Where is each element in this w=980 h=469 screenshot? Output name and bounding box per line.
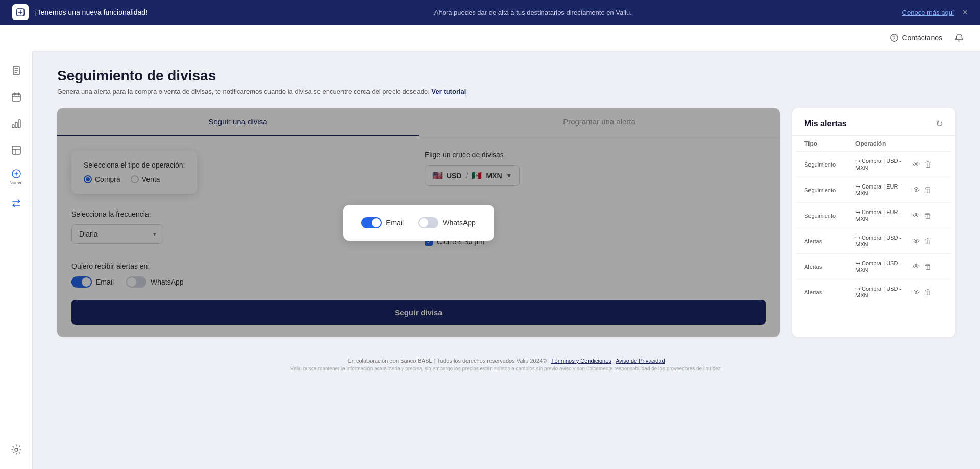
alert-op-1: ↪ Compra | USD - MXN xyxy=(855,158,913,171)
svg-rect-6 xyxy=(15,122,17,128)
page-description: Genera una alerta para la compra o venta… xyxy=(57,88,955,96)
notifications-button[interactable] xyxy=(954,33,964,42)
sidebar-item-chart[interactable] xyxy=(5,112,28,135)
table-row: Alertas ↪ Compra | USD - MXN 👁 🗑 xyxy=(796,279,951,304)
channel-popup-card: Email WhatsApp xyxy=(343,205,494,241)
tutorial-link[interactable]: Ver tutorial xyxy=(432,88,467,96)
table-row: Alertas ↪ Compra | USD - MXN 👁 🗑 xyxy=(796,228,951,253)
arrows-icon xyxy=(11,198,22,209)
svg-rect-7 xyxy=(18,120,20,128)
chart-icon xyxy=(11,118,22,129)
col-operacion: Operación xyxy=(855,140,913,147)
alert-op-4: ↪ Compra | USD - MXN xyxy=(855,235,913,247)
nuevo-icon xyxy=(11,168,22,179)
svg-rect-5 xyxy=(12,125,14,128)
alerts-table: Tipo Operación Seguimiento ↪ Compra | US… xyxy=(792,136,955,304)
sidebar-item-nuevo[interactable]: Nuevo xyxy=(5,166,28,188)
alerts-panel-header: Mis alertas ↻ xyxy=(792,108,955,136)
alert-actions-2: 👁 🗑 xyxy=(913,185,943,194)
form-overlay: Email WhatsApp xyxy=(57,108,780,337)
alert-tipo-4: Alertas xyxy=(804,238,855,244)
terms-link[interactable]: Términos y Condiciones xyxy=(551,358,611,364)
delete-alert-4[interactable]: 🗑 xyxy=(924,237,932,245)
delete-alert-2[interactable]: 🗑 xyxy=(924,185,932,194)
table-row: Seguimiento ↪ Compra | EUR - MXN 👁 🗑 xyxy=(796,202,951,228)
popup-whatsapp-label: WhatsApp xyxy=(443,219,476,227)
table-row: Seguimiento ↪ Compra | USD - MXN 👁 🗑 xyxy=(796,151,951,177)
sidebar-item-calendar[interactable] xyxy=(5,86,28,108)
footer-line-1: En colaboración con Banco BASE | Todos l… xyxy=(57,358,955,364)
calendar-icon xyxy=(11,91,22,103)
alert-tipo-2: Seguimiento xyxy=(804,187,855,193)
bell-icon xyxy=(954,33,964,42)
clipboard-icon xyxy=(11,65,22,76)
table-row: Seguimiento ↪ Compra | EUR - MXN 👁 🗑 xyxy=(796,177,951,202)
popup-whatsapp-toggle[interactable] xyxy=(418,217,438,228)
contact-icon xyxy=(890,33,899,42)
main-layout: Nuevo Seguimiento de divisas Genera una … xyxy=(0,51,980,469)
view-alert-1[interactable]: 👁 xyxy=(913,160,920,169)
contact-label: Contáctanos xyxy=(902,34,942,42)
delete-alert-6[interactable]: 🗑 xyxy=(924,288,932,296)
refresh-button[interactable]: ↻ xyxy=(936,118,943,129)
popup-email-toggle-item: Email xyxy=(361,217,404,228)
view-alert-2[interactable]: 👁 xyxy=(913,185,920,194)
sidebar-item-settings[interactable] xyxy=(5,438,28,461)
alert-op-6: ↪ Compra | USD - MXN xyxy=(855,286,913,298)
col-tipo: Tipo xyxy=(804,140,855,147)
view-alert-4[interactable]: 👁 xyxy=(913,237,920,245)
popup-whatsapp-toggle-item: WhatsApp xyxy=(418,217,476,228)
banner-description: Ahora puedes dar de alta a tus destinata… xyxy=(168,9,898,16)
delete-alert-1[interactable]: 🗑 xyxy=(924,160,932,169)
sidebar-item-clipboard[interactable] xyxy=(5,59,28,82)
delete-alert-3[interactable]: 🗑 xyxy=(924,211,932,220)
popup-email-toggle[interactable] xyxy=(361,217,382,228)
popup-email-label: Email xyxy=(386,219,404,227)
alerts-panel-title: Mis alertas xyxy=(804,119,847,128)
alert-actions-4: 👁 🗑 xyxy=(913,237,943,245)
alert-op-2: ↪ Compra | EUR - MXN xyxy=(855,183,913,196)
svg-point-1 xyxy=(891,34,898,41)
view-alert-3[interactable]: 👁 xyxy=(913,211,920,220)
main-content: Seguimiento de divisas Genera una alerta… xyxy=(33,51,980,469)
banner-close-button[interactable]: × xyxy=(962,7,968,18)
alert-tipo-6: Alertas xyxy=(804,289,855,295)
alert-op-5: ↪ Compra | USD - MXN xyxy=(855,260,913,273)
banner-title: ¡Tenemos una nueva funcionalidad! xyxy=(35,8,148,16)
alert-actions-3: 👁 🗑 xyxy=(913,211,943,220)
svg-rect-8 xyxy=(12,146,20,154)
table-row: Alertas ↪ Compra | USD - MXN 👁 🗑 xyxy=(796,253,951,279)
alert-op-3: ↪ Compra | EUR - MXN xyxy=(855,209,913,222)
box-icon xyxy=(11,145,22,156)
alert-actions-1: 👁 🗑 xyxy=(913,160,943,169)
privacy-link[interactable]: Aviso de Privacidad xyxy=(616,358,665,364)
svg-point-2 xyxy=(894,39,894,39)
sidebar: Nuevo xyxy=(0,51,33,469)
alerts-table-header: Tipo Operación xyxy=(796,136,951,151)
page-title: Seguimiento de divisas xyxy=(57,67,955,84)
sidebar-item-arrows[interactable] xyxy=(5,192,28,215)
main-card-wrapper: Seguir una divisa Programar una alerta S… xyxy=(57,108,780,337)
footer: En colaboración con Banco BASE | Todos l… xyxy=(57,349,955,376)
alert-tipo-5: Alertas xyxy=(804,264,855,270)
view-alert-5[interactable]: 👁 xyxy=(913,262,920,271)
settings-icon xyxy=(11,444,22,455)
alert-actions-5: 👁 🗑 xyxy=(913,262,943,271)
view-alert-6[interactable]: 👁 xyxy=(913,288,920,296)
svg-point-10 xyxy=(15,448,18,451)
alert-tipo-3: Seguimiento xyxy=(804,213,855,219)
content-grid: Seguir una divisa Programar una alerta S… xyxy=(57,108,955,337)
alert-actions-6: 👁 🗑 xyxy=(913,288,943,296)
sidebar-nuevo-label: Nuevo xyxy=(9,180,22,185)
alerts-panel: Mis alertas ↻ Tipo Operación Seguimiento… xyxy=(792,108,955,337)
banner-link[interactable]: Conoce más aquí xyxy=(902,9,954,16)
delete-alert-5[interactable]: 🗑 xyxy=(924,262,932,271)
sidebar-item-box[interactable] xyxy=(5,139,28,161)
banner-icon xyxy=(12,4,29,20)
svg-rect-4 xyxy=(12,94,20,101)
top-banner: ¡Tenemos una nueva funcionalidad! Ahora … xyxy=(0,0,980,25)
top-nav: Contáctanos xyxy=(0,25,980,51)
contact-button[interactable]: Contáctanos xyxy=(890,33,942,42)
footer-line-2: Valiu busca mantener la información actu… xyxy=(57,366,955,371)
alert-tipo-1: Seguimiento xyxy=(804,161,855,168)
